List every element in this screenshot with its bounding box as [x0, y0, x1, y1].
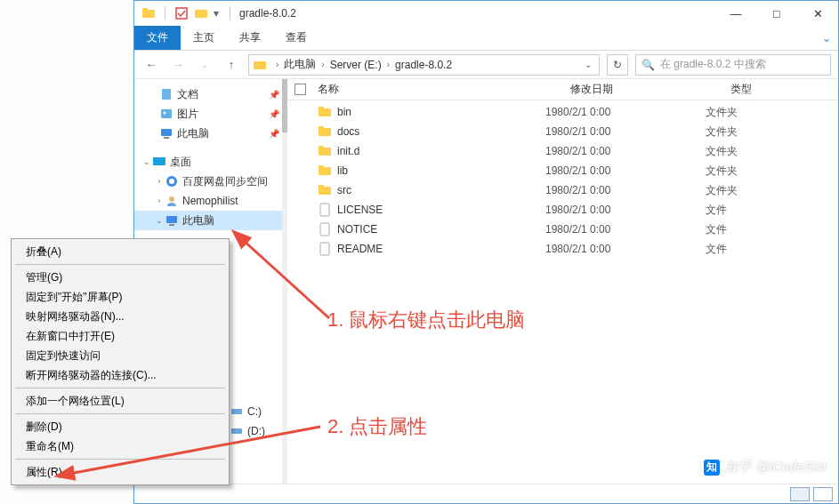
menu-item[interactable]: 固定到快速访问 [13, 346, 227, 365]
select-all-checkbox[interactable] [287, 84, 312, 95]
pin-icon: 📌 [269, 90, 279, 100]
column-headers: 名称 修改日期 类型 [287, 79, 838, 100]
file-type: 文件夹 [706, 105, 777, 120]
svg-rect-30 [231, 409, 242, 414]
svg-rect-16 [294, 84, 305, 95]
menu-separator [15, 264, 225, 265]
file-row[interactable]: README1980/2/1 0:00文件 [287, 239, 838, 259]
svg-rect-1 [142, 8, 148, 11]
tab-view[interactable]: 查看 [273, 26, 319, 50]
search-placeholder: 在 gradle-8.0.2 中搜索 [660, 57, 766, 72]
scrollbar-thumb[interactable] [282, 79, 287, 132]
desktop-icon [152, 155, 166, 169]
refresh-button[interactable]: ↻ [607, 54, 628, 76]
pin-icon: 📌 [269, 109, 279, 119]
chevron-right-icon[interactable]: › [387, 60, 390, 69]
file-name: NOTICE [337, 223, 377, 236]
col-date[interactable]: 修改日期 [570, 82, 730, 97]
file-row[interactable]: docs1980/2/1 0:00文件夹 [287, 122, 838, 141]
tab-home[interactable]: 主页 [181, 26, 227, 50]
file-type: 文件夹 [706, 183, 777, 198]
menu-item[interactable]: 映射网络驱动器(N)... [13, 307, 227, 326]
svg-rect-6 [161, 109, 172, 118]
folder-icon [318, 183, 332, 197]
nav-up-button[interactable]: ↑ [222, 55, 241, 75]
menu-item[interactable]: 管理(G) [13, 268, 227, 287]
checkbox-icon[interactable] [174, 6, 189, 20]
file-row[interactable]: init.d1980/2/1 0:00文件夹 [287, 141, 838, 161]
folder-small-icon[interactable] [194, 6, 208, 20]
file-row[interactable]: LICENSE1980/2/1 0:00文件 [287, 200, 838, 220]
expand-icon[interactable]: › [154, 196, 165, 205]
search-input[interactable]: 🔍 在 gradle-8.0.2 中搜索 [635, 54, 831, 76]
svg-rect-2 [176, 8, 187, 19]
pc-icon [159, 126, 173, 140]
view-details-button[interactable] [790, 487, 810, 501]
tree-user[interactable]: › Nemophilist [134, 191, 286, 211]
menu-item[interactable]: 断开网络驱动器的连接(C)... [13, 365, 227, 385]
file-type: 文件 [706, 242, 777, 257]
nav-back-button[interactable]: ← [141, 55, 161, 75]
svg-rect-9 [164, 137, 169, 139]
svg-rect-17 [319, 108, 331, 116]
menu-item[interactable]: 折叠(A) [13, 242, 227, 261]
svg-rect-25 [319, 187, 331, 195]
chevron-right-icon[interactable]: › [321, 60, 324, 69]
tree-desktop[interactable]: ⌄ 桌面 [134, 152, 286, 172]
svg-rect-4 [254, 61, 266, 69]
minimize-button[interactable]: — [715, 1, 756, 26]
qat-overflow-icon[interactable]: ▾ [214, 7, 219, 20]
menu-item[interactable]: 在新窗口中打开(E) [13, 326, 227, 346]
nav-forward-button[interactable]: → [168, 55, 188, 75]
collapse-icon[interactable]: ⌄ [141, 157, 152, 166]
document-icon [159, 87, 173, 101]
crumb-folder[interactable]: gradle-8.0.2 [395, 59, 452, 71]
svg-rect-8 [161, 129, 172, 136]
svg-point-13 [169, 196, 174, 202]
menu-item[interactable]: 固定到"开始"屏幕(P) [13, 287, 227, 307]
file-row[interactable]: src1980/2/1 0:00文件夹 [287, 180, 838, 200]
pin-icon: 📌 [269, 129, 279, 139]
close-button[interactable]: ✕ [797, 1, 838, 26]
folder-icon [141, 6, 156, 20]
col-type[interactable]: 类型 [730, 82, 802, 97]
pc-icon [165, 213, 179, 228]
chevron-down-icon[interactable]: ⌄ [585, 60, 595, 69]
crumb-pc[interactable]: 此电脑 [284, 57, 316, 72]
svg-rect-0 [142, 10, 155, 18]
breadcrumb-bar[interactable]: › 此电脑 › Server (E:) › gradle-8.0.2 ⌄ [248, 54, 600, 76]
svg-line-33 [69, 427, 320, 474]
view-icons-button[interactable] [813, 487, 833, 501]
crumb-drive[interactable]: Server (E:) [330, 59, 382, 71]
svg-rect-10 [153, 157, 165, 165]
file-row[interactable]: bin1980/2/1 0:00文件夹 [287, 102, 838, 122]
file-row[interactable]: NOTICE1980/2/1 0:00文件 [287, 220, 838, 239]
tree-this-pc-quick[interactable]: 此电脑📌 [134, 124, 286, 143]
svg-rect-19 [319, 128, 331, 136]
col-name[interactable]: 名称 [312, 82, 570, 97]
maximize-button[interactable]: □ [756, 1, 797, 26]
menu-separator [15, 388, 225, 388]
file-row[interactable]: lib1980/2/1 0:00文件夹 [287, 161, 838, 180]
menu-item[interactable]: 添加一个网络位置(L) [13, 391, 227, 411]
file-date: 1980/2/1 0:00 [545, 164, 706, 177]
tab-file[interactable]: 文件 [134, 26, 181, 50]
tab-share[interactable]: 共享 [227, 26, 273, 50]
svg-rect-26 [319, 185, 324, 188]
tree-pictures[interactable]: 图片📌 [134, 104, 286, 124]
svg-rect-18 [319, 107, 324, 109]
collapse-icon[interactable]: ⌄ [154, 216, 165, 225]
ribbon-expand-icon[interactable]: ⌄ [822, 26, 838, 50]
file-name: README [337, 243, 383, 255]
divider [165, 6, 165, 20]
tree-documents[interactable]: 文档📌 [134, 84, 286, 104]
tree-this-pc[interactable]: ⌄ 此电脑 [134, 211, 286, 230]
chevron-right-icon[interactable]: › [276, 60, 278, 69]
tree-baidu[interactable]: › 百度网盘同步空间 [134, 172, 286, 191]
annotation-text-2: 2. 点击属性 [327, 413, 427, 440]
search-icon: 🔍 [641, 59, 655, 71]
user-icon [165, 194, 179, 208]
nav-history-icon[interactable]: ⌄ [195, 55, 214, 75]
expand-icon[interactable]: › [154, 177, 165, 186]
folder-icon [318, 164, 332, 178]
